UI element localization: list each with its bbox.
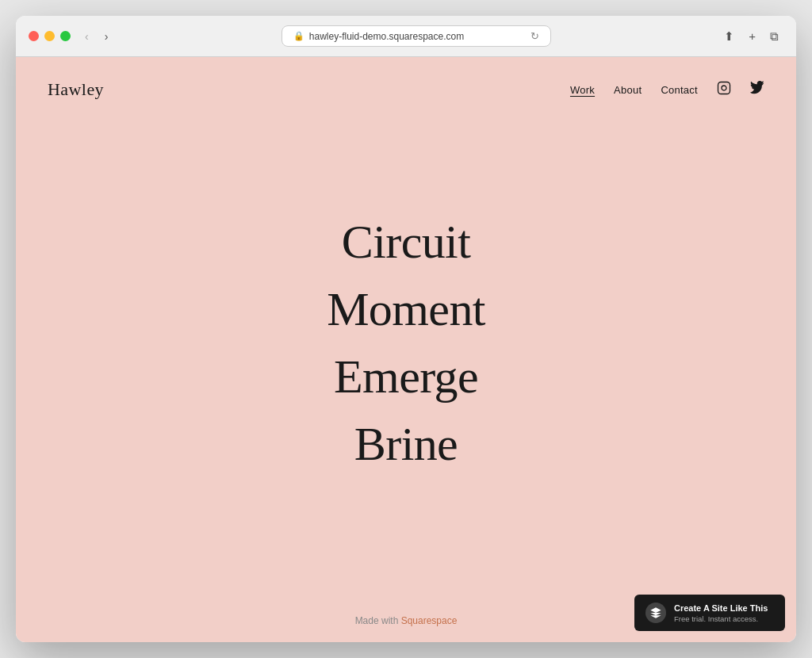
badge-text: Create A Site Like This Free trial. Inst…: [674, 603, 768, 623]
browser-window: ‹ › 🔒 hawley-fluid-demo.squarespace.com …: [16, 16, 796, 642]
twitter-icon[interactable]: [750, 81, 764, 98]
traffic-lights: [29, 31, 71, 41]
svg-rect-0: [718, 82, 730, 94]
badge-subtitle: Free trial. Instant access.: [674, 614, 768, 623]
site-main: Circuit Moment Emerge Brine: [16, 116, 796, 603]
share-button[interactable]: ⬆: [719, 26, 739, 47]
badge-icon: [645, 603, 666, 623]
project-circuit[interactable]: Circuit: [342, 210, 470, 274]
nav-work[interactable]: Work: [570, 84, 595, 96]
project-moment[interactable]: Moment: [327, 277, 485, 342]
svg-point-2: [727, 85, 728, 86]
lock-icon: 🔒: [293, 31, 304, 41]
squarespace-badge[interactable]: Create A Site Like This Free trial. Inst…: [634, 595, 785, 631]
nav-about[interactable]: About: [614, 84, 642, 96]
new-tab-button[interactable]: +: [744, 26, 760, 46]
site-logo[interactable]: Hawley: [48, 79, 104, 100]
address-bar[interactable]: 🔒 hawley-fluid-demo.squarespace.com ↻: [282, 25, 551, 47]
url-text: hawley-fluid-demo.squarespace.com: [309, 31, 464, 42]
project-emerge[interactable]: Emerge: [334, 345, 478, 409]
browser-chrome: ‹ › 🔒 hawley-fluid-demo.squarespace.com …: [16, 16, 796, 57]
project-list: Circuit Moment Emerge Brine: [327, 210, 485, 476]
back-button[interactable]: ‹: [80, 27, 94, 46]
refresh-icon[interactable]: ↻: [530, 30, 539, 42]
site-header: Hawley Work About Contact: [16, 57, 796, 116]
instagram-icon[interactable]: [717, 81, 731, 98]
site-nav: Work About Contact: [570, 81, 764, 98]
squarespace-link[interactable]: Squarespace: [401, 615, 458, 626]
maximize-button[interactable]: [60, 31, 71, 41]
browser-controls: ‹ ›: [80, 27, 113, 46]
browser-actions: ⬆ + ⧉: [719, 26, 783, 47]
copy-window-button[interactable]: ⧉: [765, 26, 783, 47]
project-brine[interactable]: Brine: [354, 412, 458, 476]
website-content: Hawley Work About Contact: [16, 57, 796, 642]
nav-contact[interactable]: Contact: [661, 84, 698, 96]
svg-point-1: [722, 86, 726, 90]
footer-prefix: Made with: [355, 615, 401, 626]
minimize-button[interactable]: [44, 31, 55, 41]
forward-button[interactable]: ›: [100, 27, 113, 46]
close-button[interactable]: [29, 31, 39, 41]
badge-title: Create A Site Like This: [674, 603, 768, 614]
address-bar-area: 🔒 hawley-fluid-demo.squarespace.com ↻: [113, 25, 719, 47]
